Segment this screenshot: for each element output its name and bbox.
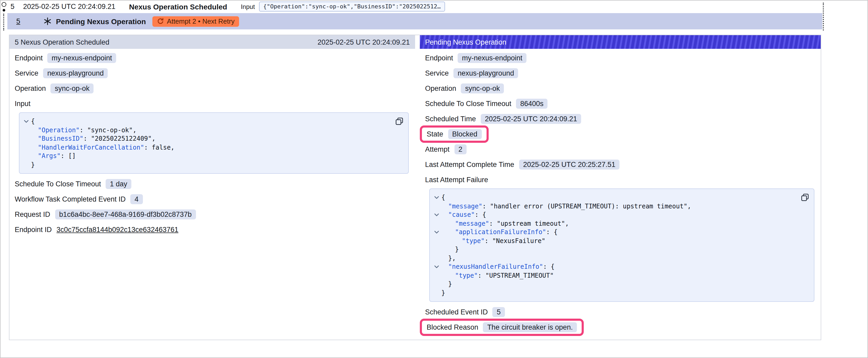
code-text: "nexusHandlerFailureInfo": { [441, 262, 555, 271]
value-badge: nexus-playground [454, 68, 518, 78]
pending-operation-row[interactable]: 5 Pending Nexus Operation Attempt 2 • Ne… [7, 13, 822, 29]
code-line: }, [432, 254, 795, 262]
chevron-down-icon[interactable] [432, 262, 441, 269]
pending-title: Pending Nexus Operation [56, 17, 146, 26]
right-field-last-attempt-failure: Last Attempt Failure{"message": "handler… [425, 174, 815, 302]
value-link[interactable]: 3c0c75ccfa8144b092c13ce632463761 [57, 225, 178, 233]
retry-badge: Attempt 2 • Next Retry [152, 16, 239, 27]
chevron-down-icon[interactable] [432, 210, 441, 217]
code-text: } [441, 280, 452, 288]
right-field-scheduled-event-id: Scheduled Event ID5 [425, 306, 815, 318]
value-badge: nexus-playground [43, 68, 108, 78]
temporal-event-history-view: 5 2025-02-25 UTC 20:24:09.21 Nexus Opera… [0, 0, 868, 358]
code-line: "type": "UPSTREAM_TIMEOUT" [432, 271, 795, 280]
pending-event-id-link[interactable]: 5 [16, 17, 20, 25]
value-badge: The circuit breaker is open. [483, 322, 577, 332]
field-label: Workflow Task Completed Event ID [15, 195, 126, 203]
value-badge: my-nexus-endpoint [458, 53, 527, 63]
field-label: Last Attempt Failure [425, 175, 488, 184]
gutter-spacer [22, 160, 31, 163]
refresh-icon [157, 18, 164, 25]
field-group: Endpointmy-nexus-endpoint [15, 53, 116, 63]
code-text: "HandlerWaitForCancellation": false, [31, 143, 175, 152]
code-text: "message": "handler error (UPSTREAM_TIME… [441, 202, 691, 210]
code-line: } [432, 245, 795, 254]
code-line: "cause": { [432, 210, 795, 219]
code-line: "HandlerWaitForCancellation": false, [22, 143, 389, 152]
event-dot-icon [3, 9, 5, 11]
field-group: Servicenexus-playground [425, 68, 518, 78]
field-group: Input [15, 98, 30, 109]
left-field-endpoint-id: Endpoint ID3c0c75ccfa8144b092c13ce632463… [15, 224, 410, 235]
json-code-block: {"message": "handler error (UPSTREAM_TIM… [429, 189, 814, 302]
field-label: Service [425, 69, 449, 77]
copy-button[interactable] [800, 193, 810, 202]
left-field-endpoint: Endpointmy-nexus-endpoint [15, 52, 410, 64]
value-badge: 2 [454, 144, 467, 154]
code-text: "Args": [] [31, 152, 76, 160]
code-text: "BusinessID": "20250225122409", [31, 134, 156, 143]
code-text: "type": "UPSTREAM_TIMEOUT" [441, 271, 554, 280]
pending-panel-body: Endpointmy-nexus-endpointServicenexus-pl… [420, 49, 821, 339]
field-label: Request ID [15, 210, 50, 218]
field-label: Schedule To Close Timeout [15, 180, 101, 188]
field-group: Schedule To Close Timeout1 day [15, 179, 131, 189]
code-text: "message": "upstream timeout", [441, 219, 569, 228]
chevron-down-icon[interactable] [432, 193, 441, 199]
gutter-spacer [432, 236, 441, 239]
value-badge: 4 [130, 194, 143, 204]
field-group: Scheduled Event ID5 [425, 307, 505, 317]
gutter-spacer [432, 219, 441, 222]
value-badge: 5 [493, 307, 505, 317]
field-group: Operationsync-op-ok [15, 83, 94, 93]
event-id-link[interactable]: 5 [10, 3, 17, 10]
right-field-schedule-to-close-timeout: Schedule To Close Timeout86400s [425, 98, 815, 109]
code-text: "type": "NexusFailure" [441, 236, 546, 245]
gutter-spacer [22, 152, 31, 154]
field-group: Last Attempt Complete Time2025-02-25 UTC… [425, 159, 619, 169]
code-text: { [31, 117, 35, 126]
input-preview: {"Operation":"sync-op-ok","BusinessID":"… [259, 2, 445, 11]
timeline-dotted-line [3, 14, 4, 30]
code-line: { [22, 117, 389, 126]
gutter-spacer [432, 202, 441, 204]
right-field-last-attempt-complete-time: Last Attempt Complete Time2025-02-25 UTC… [425, 159, 815, 170]
left-field-request-id: Request IDb1c6a4bc-8ee7-468a-9169-df3b02… [15, 208, 410, 220]
code-text: { [441, 193, 445, 202]
value-badge: 2025-02-25 UTC 20:24:09.21 [481, 113, 581, 124]
left-field-service: Servicenexus-playground [15, 67, 410, 79]
field-label: Schedule To Close Timeout [425, 99, 511, 107]
field-label: Blocked Reason [427, 323, 478, 331]
field-label: Endpoint [15, 54, 43, 62]
gutter-spacer [432, 288, 441, 291]
code-line: "nexusHandlerFailureInfo": { [432, 262, 795, 271]
code-text: "applicationFailureInfo": { [441, 228, 557, 236]
field-group: Request IDb1c6a4bc-8ee7-468a-9169-df3b02… [15, 209, 196, 219]
right-field-operation: Operationsync-op-ok [425, 83, 815, 94]
gutter-spacer [432, 280, 441, 283]
pending-detail-panel: Pending Nexus Operation Endpointmy-nexus… [420, 35, 821, 339]
code-line: "Operation": "sync-op-ok", [22, 126, 389, 134]
code-line: "applicationFailureInfo": { [432, 228, 795, 236]
event-detail-panel: 5 Nexus Operation Scheduled 2025-02-25 U… [9, 35, 415, 339]
event-summary-row[interactable]: 5 2025-02-25 UTC 20:24:09.21 Nexus Opera… [8, 0, 823, 13]
right-field-state: StateBlocked [425, 128, 815, 140]
gutter-spacer [432, 254, 441, 256]
copy-button[interactable] [395, 117, 404, 126]
event-panel-title: 5 Nexus Operation Scheduled [15, 38, 109, 46]
code-text: }, [441, 254, 456, 262]
code-text: "Operation": "sync-op-ok", [31, 126, 136, 134]
pending-panel-header: Pending Nexus Operation [420, 35, 821, 49]
event-ring-icon [2, 2, 6, 7]
input-label: Input [241, 3, 255, 10]
chevron-down-icon[interactable] [432, 228, 441, 234]
code-line: "BusinessID": "20250225122409", [22, 134, 389, 143]
left-field-operation: Operationsync-op-ok [15, 83, 410, 94]
value-badge: b1c6a4bc-8ee7-468a-9169-df3b02c8737b [55, 209, 196, 219]
chevron-down-icon[interactable] [22, 117, 31, 123]
field-group: Workflow Task Completed Event ID4 [15, 194, 143, 204]
code-text: } [441, 288, 445, 297]
event-title: Nexus Operation Scheduled [129, 2, 227, 11]
gutter-spacer [22, 134, 31, 137]
code-text: } [31, 160, 35, 169]
